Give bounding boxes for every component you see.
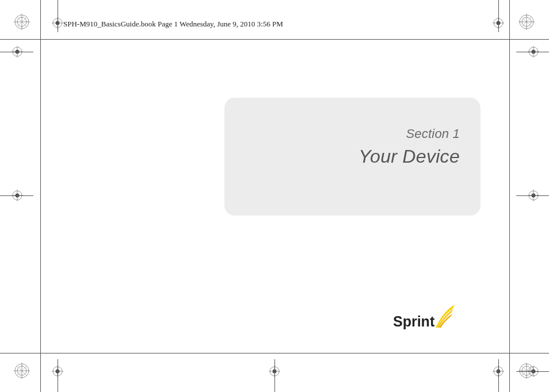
crosshair-mark-icon (493, 366, 504, 377)
crosshair-mark-icon (528, 190, 539, 201)
crop-line-horizontal (0, 39, 549, 40)
section-title: Your Device (224, 146, 460, 167)
section-label: Section 1 (224, 126, 460, 141)
crosshair-mark-icon (12, 46, 23, 57)
crosshair-mark-icon (52, 17, 63, 29)
registration-mark-icon (14, 14, 30, 30)
crosshair-mark-icon (528, 366, 539, 377)
page: { "header": { "running_text": "SPH-M910_… (0, 0, 549, 392)
crop-line-horizontal (0, 353, 549, 353)
crosshair-mark-icon (269, 366, 280, 377)
crosshair-mark-icon (52, 366, 63, 377)
crosshair-mark-icon (493, 17, 504, 29)
sprint-logo: Sprint (393, 305, 456, 333)
crop-line-vertical (509, 0, 510, 392)
registration-mark-icon (14, 363, 30, 379)
crop-line-vertical (40, 0, 41, 392)
section-title-card: Section 1 Your Device (224, 98, 481, 216)
crosshair-mark-icon (12, 190, 23, 201)
crosshair-mark-icon (528, 46, 539, 57)
running-header: SPH-M910_BasicsGuide.book Page 1 Wednesd… (63, 20, 283, 29)
registration-mark-icon (518, 14, 535, 30)
sprint-logo-text: Sprint (393, 313, 434, 330)
sprint-wing-icon (434, 303, 457, 332)
